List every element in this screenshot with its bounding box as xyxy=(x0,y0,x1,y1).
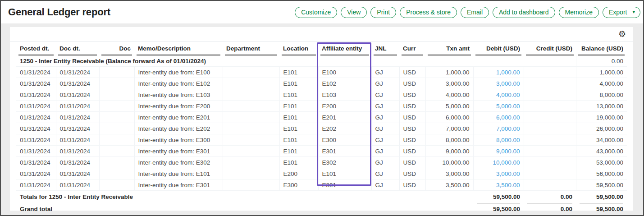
col-doc[interactable]: Doc xyxy=(99,41,134,55)
table-row: 01/31/202401/31/2024Inter-entity due fro… xyxy=(16,146,627,157)
doc-cell xyxy=(99,179,134,191)
txn-cell: 3,500.00 xyxy=(425,179,473,191)
txn-cell: 8,000.00 xyxy=(425,134,473,146)
print-button[interactable]: Print xyxy=(370,7,396,18)
docdt-cell: 01/31/2024 xyxy=(56,134,99,146)
balance-cell: 56,000.00 xyxy=(576,168,627,179)
section-balance-cell: 0.00 xyxy=(576,55,627,67)
debit-amount-link[interactable]: 3,000.00 xyxy=(496,170,520,177)
table-row: 01/31/202401/31/2024Inter-entity due fro… xyxy=(16,89,627,101)
debit-amount-link[interactable]: 10,000.00 xyxy=(493,159,520,166)
location-cell: E200 xyxy=(279,168,318,179)
ledger-totals: Totals for 1250 - Inter Entity Receivabl… xyxy=(16,191,627,216)
col-balance-usd[interactable]: Balance (USD) xyxy=(576,41,627,55)
affiliate-cell: E200 xyxy=(318,101,371,112)
jnl-cell: GJ xyxy=(371,157,399,168)
debit-amount-link[interactable]: 8,000.00 xyxy=(496,137,520,143)
jnl-cell: GJ xyxy=(371,179,399,191)
debit-cell: 5,000.00 xyxy=(473,101,524,112)
balance-cell: 13,000.00 xyxy=(576,101,627,112)
memo-cell: Inter-entity due from: E300 xyxy=(134,134,223,146)
docdt-cell: 01/31/2024 xyxy=(56,112,99,123)
affiliate-cell: E300 xyxy=(318,134,371,146)
col-department[interactable]: Department xyxy=(223,41,279,55)
col-posted-dt[interactable]: Posted dt. xyxy=(16,41,56,55)
curr-cell: USD xyxy=(399,67,425,78)
export-button[interactable]: Export ▾ xyxy=(603,7,640,18)
txn-cell: 3,000.00 xyxy=(425,78,473,89)
affiliate-cell: E202 xyxy=(318,123,371,134)
col-location[interactable]: Location xyxy=(279,41,318,55)
gear-icon[interactable]: ⚙ xyxy=(618,29,626,40)
curr-cell: USD xyxy=(399,101,425,112)
doc-cell xyxy=(99,101,134,112)
totals-credit-cell: 0.00 xyxy=(524,191,576,203)
memo-cell: Inter-entity due from: E101 xyxy=(134,168,223,179)
col-debit-usd[interactable]: Debit (USD) xyxy=(473,41,524,55)
balance-cell: 8,000.00 xyxy=(576,89,627,101)
debit-amount-link[interactable]: 9,000.00 xyxy=(496,148,520,155)
table-container: Posted dt. Doc dt. Doc Memo/Description … xyxy=(10,41,633,216)
posted-cell: 01/31/2024 xyxy=(16,179,56,191)
email-button[interactable]: Email xyxy=(461,7,489,18)
col-jnl[interactable]: JNL xyxy=(371,41,399,55)
process-store-button[interactable]: Process & store xyxy=(400,7,457,18)
jnl-cell: GJ xyxy=(371,67,399,78)
balance-cell: 43,000.00 xyxy=(576,146,627,157)
posted-cell: 01/31/2024 xyxy=(16,134,56,146)
docdt-cell: 01/31/2024 xyxy=(56,157,99,168)
debit-cell: 3,000.00 xyxy=(473,168,524,179)
table-row: 01/31/202401/31/2024Inter-entity due fro… xyxy=(16,123,627,134)
table-row: 01/31/202401/31/2024Inter-entity due fro… xyxy=(16,168,627,179)
credit-cell xyxy=(524,168,576,179)
location-cell: E300 xyxy=(279,179,318,191)
col-doc-dt[interactable]: Doc dt. xyxy=(56,41,99,55)
doc-cell xyxy=(99,78,134,89)
department-cell xyxy=(223,146,279,157)
debit-amount-link[interactable]: 7,000.00 xyxy=(496,125,520,132)
posted-cell: 01/31/2024 xyxy=(16,123,56,134)
col-curr[interactable]: Curr xyxy=(399,41,425,55)
docdt-cell: 01/31/2024 xyxy=(56,89,99,101)
report-page: ⚙ Posted dt. Doc dt. Doc Memo/Descriptio… xyxy=(1,23,643,215)
curr-cell: USD xyxy=(399,157,425,168)
col-memo-description[interactable]: Memo/Description xyxy=(134,41,223,55)
debit-amount-link[interactable]: 5,000.00 xyxy=(496,103,520,110)
add-to-dashboard-button[interactable]: Add to dashboard xyxy=(493,7,555,18)
jnl-cell: GJ xyxy=(371,78,399,89)
debit-amount-link[interactable]: 3,000.00 xyxy=(496,80,520,87)
txn-cell: 7,000.00 xyxy=(425,123,473,134)
view-button[interactable]: View xyxy=(341,7,367,18)
debit-cell: 3,500.00 xyxy=(473,179,524,191)
debit-amount-link[interactable]: 3,500.00 xyxy=(496,182,520,188)
affiliate-cell: E101 xyxy=(318,168,371,179)
col-affiliate-entity[interactable]: Affiliate entity xyxy=(318,41,371,55)
table-row: 01/31/202401/31/2024Inter-entity due fro… xyxy=(16,101,627,112)
export-button-label: Export xyxy=(609,9,627,16)
debit-amount-link[interactable]: 6,000.00 xyxy=(496,114,520,121)
doc-cell xyxy=(99,146,134,157)
debit-amount-link[interactable]: 4,000.00 xyxy=(496,92,520,98)
debit-cell: 4,000.00 xyxy=(473,89,524,101)
docdt-cell: 01/31/2024 xyxy=(56,123,99,134)
jnl-cell: GJ xyxy=(371,168,399,179)
doc-cell xyxy=(99,157,134,168)
memo-cell: Inter-entity due from: E202 xyxy=(134,123,223,134)
location-cell: E101 xyxy=(279,89,318,101)
debit-amount-link[interactable]: 1,000.00 xyxy=(496,69,520,76)
col-txn-amt[interactable]: Txn amt xyxy=(425,41,473,55)
customize-button[interactable]: Customize xyxy=(295,7,337,18)
memorize-button[interactable]: Memorize xyxy=(559,7,599,18)
curr-cell: USD xyxy=(399,123,425,134)
credit-cell xyxy=(524,101,576,112)
balance-cell: 59,500.00 xyxy=(576,179,627,191)
posted-cell: 01/31/2024 xyxy=(16,157,56,168)
affiliate-cell: E100 xyxy=(318,67,371,78)
balance-cell: 19,000.00 xyxy=(576,112,627,123)
jnl-cell: GJ xyxy=(371,146,399,157)
docdt-cell: 01/31/2024 xyxy=(56,146,99,157)
jnl-cell: GJ xyxy=(371,123,399,134)
txn-cell: 5,000.00 xyxy=(425,101,473,112)
col-credit-usd[interactable]: Credit (USD) xyxy=(524,41,576,55)
department-cell xyxy=(223,157,279,168)
